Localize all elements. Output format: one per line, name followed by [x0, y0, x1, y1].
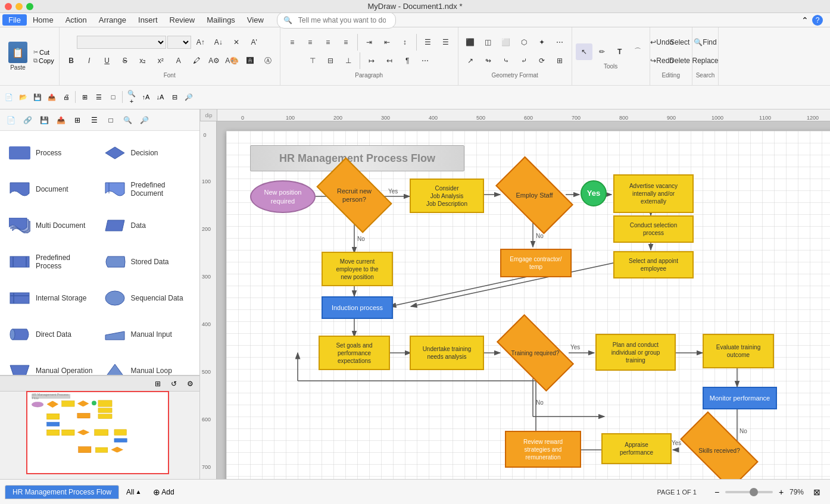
menu-view[interactable]: View	[241, 14, 270, 26]
sort2-button[interactable]: ↓A	[154, 90, 167, 104]
node-recruit-new[interactable]: Recruit newperson?	[322, 174, 387, 216]
view-btn[interactable]: □	[107, 90, 120, 104]
menu-file[interactable]: File	[2, 14, 27, 26]
conn-btn4[interactable]: ⤶	[516, 52, 532, 69]
replace-button[interactable]: Replace	[697, 52, 714, 69]
indent-more-button[interactable]: ⇥	[361, 34, 377, 51]
rtl-button[interactable]: ↤	[381, 52, 398, 69]
shape-item-decision[interactable]: Decision	[101, 137, 194, 168]
fit-page-button[interactable]: ⊠	[811, 486, 823, 498]
sort1-button[interactable]: ↑A	[139, 90, 152, 104]
add-page-button[interactable]: ⊕ Add	[148, 485, 179, 499]
panel-grid-button[interactable]: ⊞	[70, 113, 85, 127]
shape-item-data[interactable]: Data	[101, 209, 194, 241]
font-bg2-button[interactable]: Ⓐ	[260, 52, 276, 69]
canvas-content[interactable]: Yes No No	[217, 121, 830, 479]
node-induction[interactable]: Induction process	[322, 296, 393, 319]
zoom-slider[interactable]	[725, 491, 773, 493]
geo-more-button[interactable]: ⋯	[551, 34, 568, 51]
ltr-button[interactable]: ↦	[363, 52, 380, 69]
align-justify-button[interactable]: ≡	[338, 34, 354, 51]
show-para-button[interactable]: ¶	[399, 52, 416, 69]
node-skills-received[interactable]: Skills received?	[684, 431, 755, 470]
delete-button[interactable]: Delete	[672, 52, 688, 69]
help-icon[interactable]: ?	[812, 15, 823, 26]
shape-item-predefined-process[interactable]: Predefined Process	[6, 246, 99, 277]
connector-tool-button[interactable]: ⌒	[629, 43, 646, 60]
close-button[interactable]	[5, 3, 12, 10]
panel-search-button[interactable]: 🔎	[137, 113, 151, 127]
shape-item-manual-input[interactable]: Manual Input	[101, 318, 194, 350]
node-consider-job-analysis[interactable]: ConsiderJob AnalysisJob Description	[410, 179, 484, 213]
help-search-input[interactable]	[295, 14, 389, 27]
align-center-button[interactable]: ≡	[302, 34, 319, 51]
subscript-button[interactable]: x₂	[135, 52, 151, 69]
font-color-button[interactable]: A	[170, 52, 187, 69]
node-yes-circle[interactable]: Yes	[581, 180, 607, 206]
print-button[interactable]: 🖨	[60, 90, 73, 104]
font-theme-button[interactable]: A🎨	[224, 52, 241, 69]
node-plan-conduct-training[interactable]: Plan and conductindividual or grouptrain…	[595, 334, 676, 371]
text-tool-button[interactable]: T	[611, 43, 628, 60]
thumb-prev-button[interactable]: ↺	[167, 377, 181, 391]
menu-review[interactable]: Review	[164, 14, 201, 26]
thumb-fit-button[interactable]: ⊞	[151, 377, 165, 391]
find-button[interactable]: 🔍 Find	[697, 34, 714, 51]
thumb-config-button[interactable]: ⚙	[183, 377, 197, 391]
geo-fill-button[interactable]: ⬛	[462, 34, 479, 51]
panel-view-button[interactable]: □	[104, 113, 118, 127]
node-advertise-vacancy[interactable]: Advertise vacancyinternally and/orextern…	[613, 174, 694, 213]
select-tool-button[interactable]: ↖	[576, 43, 592, 60]
node-conduct-selection[interactable]: Conduct selectionprocess	[613, 215, 694, 243]
shape-item-stored-data[interactable]: Stored Data	[101, 246, 194, 277]
italic-button[interactable]: I	[81, 52, 98, 69]
layout-button[interactable]: ⊟	[168, 90, 181, 104]
zoom-in-tb[interactable]: 🔍+	[125, 90, 138, 104]
node-new-position[interactable]: New positionrequired	[250, 180, 316, 213]
open-button[interactable]: 📂	[17, 90, 30, 104]
export-button[interactable]: 📤	[45, 90, 58, 104]
bold-button[interactable]: B	[63, 52, 80, 69]
panel-btn1[interactable]: 📄	[4, 113, 18, 127]
select-button[interactable]: Select	[672, 34, 688, 51]
paste-button[interactable]: 📋 Paste	[5, 39, 31, 74]
page-all-button[interactable]: All ▲	[121, 486, 146, 499]
list-button[interactable]: ☰	[92, 90, 105, 104]
align-right-button[interactable]: ≡	[320, 34, 336, 51]
node-evaluate-training[interactable]: Evaluate trainingoutcome	[703, 334, 774, 368]
pen-tool-button[interactable]: ✏	[594, 43, 610, 60]
panel-btn2[interactable]: 🔗	[20, 113, 35, 127]
geo-stroke2-button[interactable]: ⬡	[516, 34, 532, 51]
node-employ-staff[interactable]: Employ Staff	[500, 174, 569, 216]
font-clear-button[interactable]: ✕	[228, 34, 245, 51]
shape-item-internal-storage[interactable]: Internal Storage	[6, 282, 99, 314]
font-effect-button[interactable]: A⚙	[206, 52, 223, 69]
geo-stroke-button[interactable]: ⬜	[498, 34, 514, 51]
menu-mailings[interactable]: Mailings	[201, 14, 241, 26]
minimize-button[interactable]	[15, 3, 23, 10]
font-format-button[interactable]: A'	[246, 34, 263, 51]
page-tab-hr[interactable]: HR Management Process Flow	[5, 485, 119, 499]
conn-btn3[interactable]: ⤷	[498, 52, 514, 69]
highlight-button[interactable]: 🖍	[188, 52, 205, 69]
menu-action[interactable]: Action	[60, 14, 93, 26]
zoom-out-button[interactable]: −	[711, 486, 723, 498]
grid-button[interactable]: ⊞	[78, 90, 91, 104]
save-button[interactable]: 💾	[31, 90, 44, 104]
font-family-select[interactable]	[77, 36, 166, 49]
shape-item-multi-document[interactable]: Multi Document	[6, 209, 99, 241]
shape-item-predefined-document[interactable]: Predefined Document	[101, 173, 194, 205]
shape-item-process[interactable]: Process	[6, 137, 99, 168]
valign-bot-button[interactable]: ⊥	[340, 52, 357, 69]
node-review-reward[interactable]: Review rewardstrategies andremuneration	[505, 431, 581, 468]
node-appraise-performance[interactable]: Appraiseperformance	[601, 433, 672, 464]
node-training-required[interactable]: Training required?	[500, 333, 570, 372]
strikethrough-button[interactable]: S	[117, 52, 133, 69]
valign-top-button[interactable]: ⊤	[304, 52, 321, 69]
bullet-list-button[interactable]: ☰	[420, 34, 436, 51]
panel-list-button[interactable]: ☰	[87, 113, 101, 127]
valign-mid-button[interactable]: ⊟	[322, 52, 339, 69]
font-size-select[interactable]	[167, 36, 191, 49]
numbered-list-button[interactable]: ☰	[438, 34, 454, 51]
menu-home[interactable]: Home	[27, 14, 60, 26]
